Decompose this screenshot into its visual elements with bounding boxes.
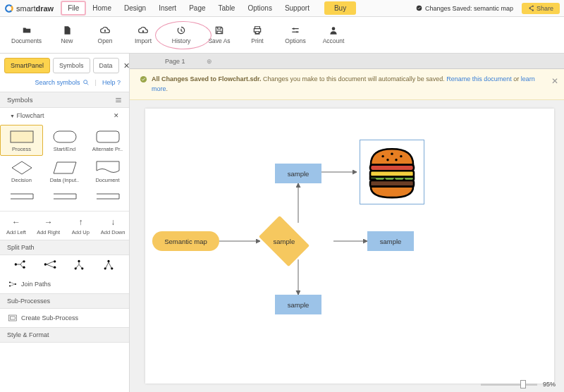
sliders-icon [290,25,301,35]
banner-close-icon[interactable]: ✕ [551,75,558,87]
rename-link[interactable]: Rename this document [446,75,512,82]
brand-text: smartdraw [16,4,54,13]
symbol-document[interactable]: Document [86,156,129,187]
subprocess-icon [8,314,17,321]
toolbar-documents[interactable]: Documents [11,25,42,44]
symbol-alternate[interactable]: Alternate Pr.. [86,125,129,156]
symbol-more-1[interactable] [0,187,43,209]
node-bottom[interactable]: sample [275,295,321,314]
save-status: Changes Saved: semantic map [416,5,513,12]
paper[interactable]: Semantic map sample sample sample sample [145,109,554,384]
file-icon [61,25,73,35]
symbol-more-2[interactable] [43,187,86,209]
zoom-slider[interactable] [481,384,537,386]
svg-point-13 [54,267,56,269]
menu-options[interactable]: Options [241,1,278,16]
toolbar-open[interactable]: Open [92,25,118,44]
add-left-button[interactable]: ←Add Left [0,212,32,240]
smart-panel: SmartPanel Symbols Data ✕ Search symbols… [0,54,130,392]
brand-logo[interactable]: smartdraw [4,4,54,13]
burger-icon [362,142,422,202]
create-sub-process-button[interactable]: Create Sub-Process [0,309,129,327]
svg-point-12 [54,260,56,262]
toolbar-options[interactable]: Options [283,25,308,44]
menu-insert[interactable]: Insert [152,1,183,16]
svg-point-10 [23,267,25,269]
toolbar-new[interactable]: New [54,25,80,44]
panel-close-icon[interactable]: ✕ [123,61,130,71]
user-icon [328,25,339,35]
split-4[interactable] [94,259,123,271]
search-icon [82,79,90,86]
print-icon [252,25,263,35]
zoom-control: 95% [481,381,556,388]
toolbar-account[interactable]: Account [321,25,346,44]
add-up-button[interactable]: ↑Add Up [65,212,97,240]
zoom-value: 95% [543,381,556,388]
toolbar-print[interactable]: Print [245,25,270,44]
split-2[interactable] [35,259,65,271]
node-top[interactable]: sample [275,164,321,183]
share-icon [528,5,534,11]
menu-page[interactable]: Page [183,1,212,16]
close-category-icon[interactable]: ✕ [114,112,119,119]
symbol-more-3[interactable] [86,187,129,209]
symbol-process[interactable]: Process [0,125,43,156]
symbol-data[interactable]: Data (Input.. [43,156,86,187]
tab-smartpanel[interactable]: SmartPanel [4,58,50,73]
svg-rect-24 [11,317,16,319]
add-page-button[interactable]: ⊕ [207,58,212,65]
image-burger[interactable] [360,140,424,204]
toolbar-history[interactable]: History [168,25,194,44]
svg-point-11 [44,263,46,265]
tab-symbols[interactable]: Symbols [53,58,90,73]
menu-icon[interactable] [115,97,122,104]
svg-rect-7 [97,131,119,142]
symbols-header: Symbols [0,92,129,108]
toolbar-import[interactable]: Import [130,25,156,44]
menu-table[interactable]: Table [212,1,242,16]
svg-point-3 [332,27,336,30]
tab-data[interactable]: Data [93,58,119,73]
svg-point-2 [296,31,298,32]
node-right[interactable]: sample [367,231,414,251]
svg-point-33 [400,155,402,157]
node-center-diamond[interactable]: sample [263,220,305,262]
menu-file[interactable]: File [61,1,86,16]
cloud-up-icon [137,25,149,35]
svg-rect-23 [9,315,17,321]
category-flowchart[interactable]: ▼ Flowchart ✕ [0,108,129,123]
main-menu: File Home Design Insert Page Table Optio… [61,1,316,16]
symbol-decision[interactable]: Decision [0,156,43,187]
node-start[interactable]: Semantic map [152,231,219,251]
arrow-up-icon: ↑ [78,217,82,227]
svg-point-34 [386,159,388,161]
page-tab-1[interactable]: Page 1 [165,58,185,65]
search-symbols-link[interactable]: Search symbols [35,79,90,86]
svg-point-14 [78,260,80,262]
logo-icon [4,4,14,13]
svg-point-4 [83,80,87,84]
cloud-down-icon [99,25,111,35]
toolbar-save-as[interactable]: Save As [207,25,232,44]
sub-processes-header: Sub-Processes [0,293,129,309]
menu-design[interactable]: Design [118,1,152,16]
menu-support[interactable]: Support [278,1,316,16]
add-down-button[interactable]: ↓Add Down [97,212,129,240]
join-paths-button[interactable]: Join Paths [0,275,129,293]
style-format-header: Style & Format [0,327,129,343]
split-3[interactable] [65,259,94,271]
svg-point-31 [381,155,384,157]
help-link[interactable]: Help ? [102,79,121,86]
svg-point-20 [9,282,11,283]
save-info-banner: All Changes Saved to Flowchart.sdr. Chan… [130,69,564,100]
buy-button[interactable]: Buy [324,1,356,15]
share-button[interactable]: Share [522,3,560,14]
canvas[interactable]: Semantic map sample sample sample sample [130,100,564,392]
add-right-button[interactable]: →Add Right [32,212,65,240]
zoom-thumb[interactable] [520,380,526,388]
split-1[interactable] [6,259,35,271]
menu-home[interactable]: Home [86,1,118,16]
svg-point-17 [108,260,110,262]
symbol-start-end[interactable]: Start/End [43,125,86,156]
